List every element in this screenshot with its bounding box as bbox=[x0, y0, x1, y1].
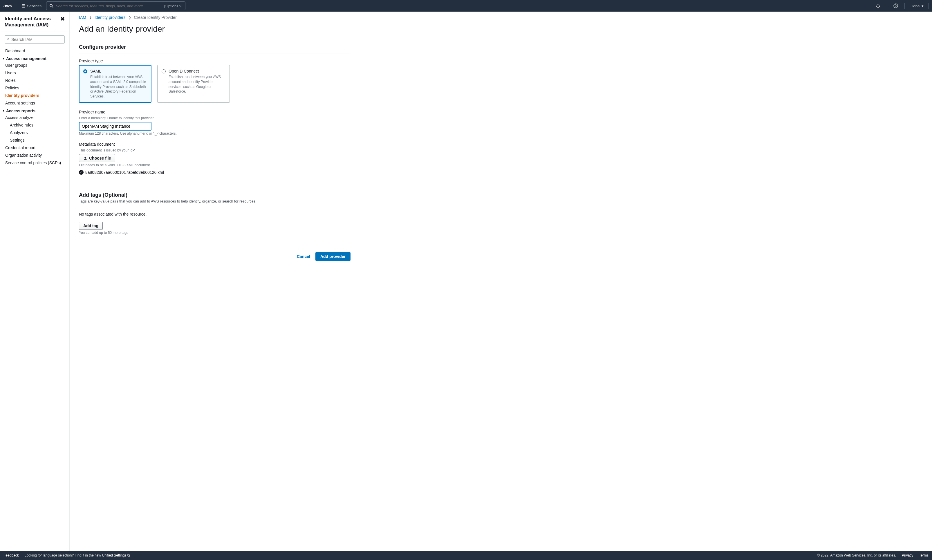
global-search[interactable]: [Option+S] bbox=[46, 2, 185, 10]
chevron-right-icon: ❯ bbox=[89, 16, 92, 20]
provider-name-hint-above: Enter a meaningful name to identify this… bbox=[79, 116, 351, 120]
services-menu[interactable]: Services bbox=[22, 4, 42, 8]
lang-prompt: Looking for language selection? Find it … bbox=[25, 553, 130, 557]
configure-provider-header: Configure provider bbox=[79, 44, 351, 53]
breadcrumb-identity-providers[interactable]: Identity providers bbox=[95, 15, 126, 20]
top-nav: aws Services [Option+S] Global ▾ bbox=[0, 0, 932, 12]
sidebar-section-access-reports[interactable]: ▼Access reports bbox=[0, 107, 69, 114]
chevron-down-icon: ▾ bbox=[921, 4, 924, 8]
sidebar-item-access-analyzer[interactable]: Access analyzer bbox=[0, 114, 69, 121]
provider-name-input[interactable] bbox=[79, 122, 151, 131]
page-title: Add an Identity provider bbox=[79, 25, 351, 34]
provider-type-oidc[interactable]: OpenID Connect Establish trust between y… bbox=[157, 65, 230, 103]
breadcrumb-current: Create Identity Provider bbox=[134, 15, 177, 20]
tags-limit-hint: You can add up to 50 more tags bbox=[79, 231, 351, 235]
sidebar-item-organization-activity[interactable]: Organization activity bbox=[0, 151, 69, 159]
svg-point-0 bbox=[50, 5, 52, 7]
oidc-title: OpenID Connect bbox=[169, 69, 226, 74]
provider-type-label: Provider type bbox=[79, 58, 351, 63]
sidebar-item-identity-providers[interactable]: Identity providers bbox=[0, 92, 69, 99]
svg-rect-6 bbox=[84, 159, 87, 160]
divider bbox=[887, 3, 887, 9]
external-link-icon: ⧉ bbox=[128, 553, 130, 557]
provider-type-saml[interactable]: SAML Establish trust between your AWS ac… bbox=[79, 65, 151, 103]
privacy-link[interactable]: Privacy bbox=[902, 553, 913, 557]
unified-settings-link[interactable]: Unified Settings⧉ bbox=[102, 553, 130, 557]
sidebar-item-archive-rules[interactable]: Archive rules bbox=[0, 121, 69, 129]
search-icon bbox=[7, 37, 9, 41]
sidebar-title: Identity and Access Management (IAM) bbox=[5, 16, 60, 28]
sidebar-item-settings[interactable]: Settings bbox=[0, 136, 69, 144]
saml-desc: Establish trust between your AWS account… bbox=[90, 75, 147, 99]
region-selector[interactable]: Global ▾ bbox=[909, 4, 924, 8]
close-icon[interactable]: ✖ bbox=[60, 16, 65, 22]
tags-empty-msg: No tags associated with the resource. bbox=[79, 212, 351, 217]
sidebar-item-account-settings[interactable]: Account settings bbox=[0, 99, 69, 107]
tags-desc: Tags are key-value pairs that you can ad… bbox=[79, 199, 351, 207]
svg-line-5 bbox=[9, 40, 9, 40]
sidebar: Identity and Access Management (IAM) ✖ D… bbox=[0, 12, 70, 551]
copyright: © 2022, Amazon Web Services, Inc. or its… bbox=[817, 553, 896, 557]
oidc-desc: Establish trust between your AWS account… bbox=[169, 75, 226, 94]
metadata-hint-above: This document is issued by your IdP. bbox=[79, 148, 351, 152]
terms-link[interactable]: Terms bbox=[919, 553, 929, 557]
bottom-bar: Feedback Looking for language selection?… bbox=[0, 551, 932, 560]
main-content: IAM ❯ Identity providers ❯ Create Identi… bbox=[70, 12, 360, 551]
search-icon bbox=[49, 4, 53, 8]
global-search-input[interactable] bbox=[56, 4, 164, 8]
sidebar-item-scps[interactable]: Service control policies (SCPs) bbox=[0, 159, 69, 166]
provider-name-label: Provider name bbox=[79, 110, 351, 114]
triangle-down-icon: ▼ bbox=[2, 109, 5, 112]
choose-file-button[interactable]: Choose file bbox=[79, 154, 115, 162]
chevron-right-icon: ❯ bbox=[129, 16, 131, 20]
breadcrumb-iam[interactable]: IAM bbox=[79, 15, 86, 20]
help-icon[interactable] bbox=[892, 3, 900, 8]
radio-icon bbox=[83, 69, 87, 74]
triangle-down-icon: ▼ bbox=[2, 57, 5, 60]
feedback-link[interactable]: Feedback bbox=[3, 553, 19, 557]
cancel-button[interactable]: Cancel bbox=[297, 254, 310, 259]
sidebar-item-roles[interactable]: Roles bbox=[0, 77, 69, 84]
add-tag-button[interactable]: Add tag bbox=[79, 222, 103, 230]
grid-icon bbox=[22, 4, 25, 8]
breadcrumb: IAM ❯ Identity providers ❯ Create Identi… bbox=[79, 15, 351, 20]
notifications-icon[interactable] bbox=[874, 3, 882, 8]
sidebar-search[interactable] bbox=[5, 35, 65, 43]
tags-header: Add tags (Optional) bbox=[79, 192, 351, 198]
divider bbox=[904, 3, 905, 9]
provider-name-hint-below: Maximum 128 characters. Use alphanumeric… bbox=[79, 131, 351, 135]
sidebar-item-policies[interactable]: Policies bbox=[0, 84, 69, 92]
svg-line-1 bbox=[52, 7, 53, 8]
metadata-hint-below: File needs to be a valid UTF-8 XML docum… bbox=[79, 163, 351, 167]
sidebar-item-user-groups[interactable]: User groups bbox=[0, 62, 69, 69]
uploaded-file-row: ✓ 8a8082d07aa66001017abefd3eb60126.xml bbox=[79, 170, 351, 175]
search-shortcut: [Option+S] bbox=[164, 4, 182, 8]
sidebar-item-analyzers[interactable]: Analyzers bbox=[0, 129, 69, 136]
radio-icon bbox=[161, 69, 166, 74]
sidebar-item-credential-report[interactable]: Credential report bbox=[0, 144, 69, 151]
sidebar-item-users[interactable]: Users bbox=[0, 69, 69, 77]
sidebar-section-access-management[interactable]: ▼Access management bbox=[0, 55, 69, 62]
aws-logo[interactable]: aws bbox=[3, 3, 12, 8]
svg-point-4 bbox=[8, 38, 9, 40]
saml-title: SAML bbox=[90, 69, 147, 74]
divider bbox=[928, 3, 929, 9]
sidebar-item-dashboard[interactable]: Dashboard bbox=[0, 47, 69, 55]
uploaded-filename: 8a8082d07aa66001017abefd3eb60126.xml bbox=[85, 170, 164, 175]
check-circle-icon: ✓ bbox=[79, 170, 83, 175]
add-provider-button[interactable]: Add provider bbox=[315, 252, 351, 261]
metadata-label: Metadata document bbox=[79, 142, 351, 146]
sidebar-search-input[interactable] bbox=[11, 37, 62, 42]
upload-icon bbox=[83, 156, 87, 160]
